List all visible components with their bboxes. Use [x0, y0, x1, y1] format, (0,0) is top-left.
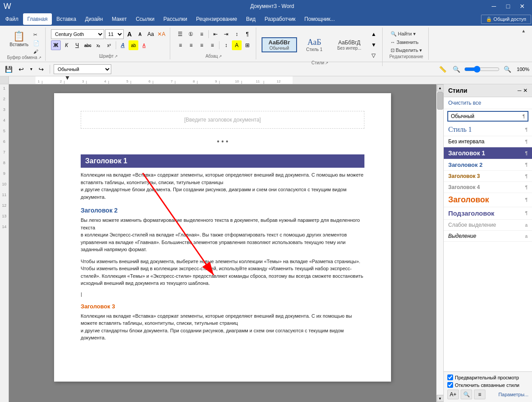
font-color-button[interactable]: A — [139, 40, 149, 50]
style-inspector-button[interactable]: 🔍 — [461, 390, 472, 399]
cut-button[interactable]: ✂ — [31, 31, 41, 39]
justify-button[interactable]: ≡ — [207, 40, 217, 50]
heading1[interactable]: Заголовок 1 — [81, 154, 364, 168]
decrease-indent-button[interactable]: ⇤ — [211, 29, 220, 39]
text-highlight-button[interactable]: ab — [129, 40, 138, 50]
menu-review[interactable]: Рецензирование — [192, 13, 242, 25]
zoom-out-button[interactable]: 🔍 — [450, 64, 462, 74]
style-selector[interactable]: Обычный — [54, 64, 111, 74]
increase-font-button[interactable]: A — [125, 29, 134, 39]
text-effects-button[interactable]: A — [118, 40, 128, 50]
ruler-main[interactable]: 1 2 3 4 5 6 7 8 9 10 11 12 — [9, 76, 436, 84]
zoom-slider[interactable] — [464, 66, 500, 73]
menu-mail[interactable]: Рассылки — [159, 13, 192, 25]
menu-view[interactable]: Вид — [242, 13, 260, 25]
shading-button[interactable]: A — [232, 40, 242, 50]
styles-scroll-down[interactable]: ▼ — [369, 40, 379, 50]
paragraph-expand-icon[interactable]: ↗ — [219, 54, 222, 59]
format-painter-button[interactable]: 🖌 — [31, 48, 41, 55]
copy-button[interactable]: 📄 — [31, 39, 41, 47]
scroll-track[interactable] — [437, 91, 444, 395]
menu-layout[interactable]: Макет — [107, 13, 131, 25]
maximize-button[interactable]: □ — [502, 0, 514, 12]
underline-button[interactable]: Ч — [72, 40, 82, 50]
manage-styles-button[interactable]: ≡ — [474, 390, 485, 399]
line-spacing-button[interactable]: ↕ — [221, 40, 231, 50]
style-item-normal[interactable]: Обычный ¶ — [447, 111, 528, 122]
clear-format-button[interactable]: ✕A — [156, 29, 166, 39]
redo-button[interactable]: ↪ — [36, 64, 46, 74]
undo-button[interactable]: ↩ — [16, 64, 26, 74]
menu-file[interactable]: Файл — [1, 13, 23, 25]
numbered-list-button[interactable]: ① — [186, 29, 196, 39]
strikethrough-button[interactable]: abc — [83, 40, 93, 50]
paste-button[interactable]: 📋 Вставить — [8, 29, 31, 48]
header-placeholder[interactable]: [Введите заголовок документа] — [81, 111, 364, 129]
styles-panel-close[interactable]: ✕ — [523, 87, 528, 94]
ruler-toggle[interactable]: 📏 — [437, 64, 449, 74]
style-normal-btn[interactable]: АаБбВг Обычный — [262, 37, 297, 52]
find-button[interactable]: 🔍 Найти ▾ — [389, 30, 424, 38]
styles-expand-icon[interactable]: ↗ — [325, 61, 329, 65]
subscript-button[interactable]: x₂ — [94, 40, 103, 50]
style-item-heading[interactable]: Заголовок ¶ — [444, 193, 532, 207]
style-item-h1[interactable]: Заголовок 1 ¶ — [444, 147, 532, 159]
font-expand-icon[interactable]: ↗ — [114, 54, 118, 59]
undo-more-button[interactable]: ▾ — [28, 65, 35, 73]
bullets-button[interactable]: ☰ — [176, 29, 185, 39]
close-button[interactable]: ✕ — [516, 0, 528, 12]
scroll-thumb[interactable] — [437, 92, 443, 110]
new-style-button[interactable]: A+ — [447, 390, 459, 399]
minimize-button[interactable]: ─ — [488, 0, 500, 12]
case-button[interactable]: Aa — [146, 29, 156, 39]
styles-panel-minimize[interactable]: ─ — [517, 87, 521, 94]
linked-checkbox[interactable] — [447, 382, 453, 388]
align-left-button[interactable]: ≡ — [176, 40, 185, 50]
style-item-sub[interactable]: Подзаголовок ¶ — [444, 207, 532, 220]
font-name-dropdown[interactable]: Century Goth — [51, 29, 104, 39]
ribbon-collapse-button[interactable]: ▲ — [519, 28, 528, 34]
share-button[interactable]: 🔒 Общий доступ — [481, 15, 531, 24]
style-item-weak[interactable]: Слабое выделение a — [444, 220, 532, 231]
menu-help[interactable]: Помощник... — [300, 13, 340, 25]
bold-button[interactable]: Ж — [51, 40, 61, 50]
styles-scroll-up[interactable]: ▲ — [369, 29, 379, 39]
menu-dev[interactable]: Разработчик — [260, 13, 300, 25]
multilevel-list-button[interactable]: ≡ — [197, 29, 207, 39]
menu-refs[interactable]: Ссылки — [131, 13, 159, 25]
document-area[interactable]: [Введите заголовок документа] • • • Заго… — [9, 84, 436, 402]
style-item-h2[interactable]: Заголовок 2 ¶ — [444, 159, 532, 171]
params-link[interactable]: Параметры... — [498, 392, 528, 397]
style-item-style1[interactable]: Стиль 1 ¶ — [444, 123, 532, 136]
preview-checkbox[interactable] — [447, 374, 453, 380]
show-marks-button[interactable]: ¶ — [243, 29, 252, 39]
save-button[interactable]: 💾 — [3, 64, 15, 74]
align-right-button[interactable]: ≡ — [197, 40, 207, 50]
menu-insert[interactable]: Вставка — [52, 13, 81, 25]
style-item-h4[interactable]: Заголовок 4 ¶ — [444, 182, 532, 193]
decrease-font-button[interactable]: A — [135, 29, 145, 39]
scroll-up-button[interactable]: ▲ — [437, 84, 444, 91]
style-item-sel[interactable]: Выделение a — [444, 231, 532, 242]
styles-more[interactable]: ▽ — [369, 51, 379, 60]
superscript-button[interactable]: x² — [104, 40, 114, 50]
align-center-button[interactable]: ≡ — [186, 40, 196, 50]
increase-indent-button[interactable]: ⇥ — [221, 29, 231, 39]
replace-button[interactable]: ↔ Заменить — [389, 39, 424, 46]
svg-rect-1 — [35, 76, 293, 84]
sort-button[interactable]: ↕ — [232, 29, 242, 39]
clear-all-button[interactable]: Очистить все — [444, 97, 532, 109]
style-item-h3[interactable]: Заголовок 3 ¶ — [444, 171, 532, 182]
select-button[interactable]: ⊡ Выделить ▾ — [389, 47, 424, 54]
style-item-bez[interactable]: Без интервала ¶ — [444, 136, 532, 147]
font-size-dropdown[interactable]: 11 — [105, 29, 124, 39]
borders-button[interactable]: ⊞ — [243, 40, 252, 50]
menu-design[interactable]: Дизайн — [81, 13, 107, 25]
italic-button[interactable]: К — [62, 40, 71, 50]
scroll-down-button[interactable]: ▼ — [437, 395, 444, 402]
style-bez-btn[interactable]: АаБбВгД Без интер... — [332, 39, 367, 51]
clipboard-expand-icon[interactable]: ↗ — [38, 55, 42, 60]
menu-home[interactable]: Главная — [23, 13, 52, 25]
zoom-in-button[interactable]: 🔍 — [501, 64, 513, 74]
style-s1-btn[interactable]: АаБ Стиль 1 — [299, 37, 330, 53]
